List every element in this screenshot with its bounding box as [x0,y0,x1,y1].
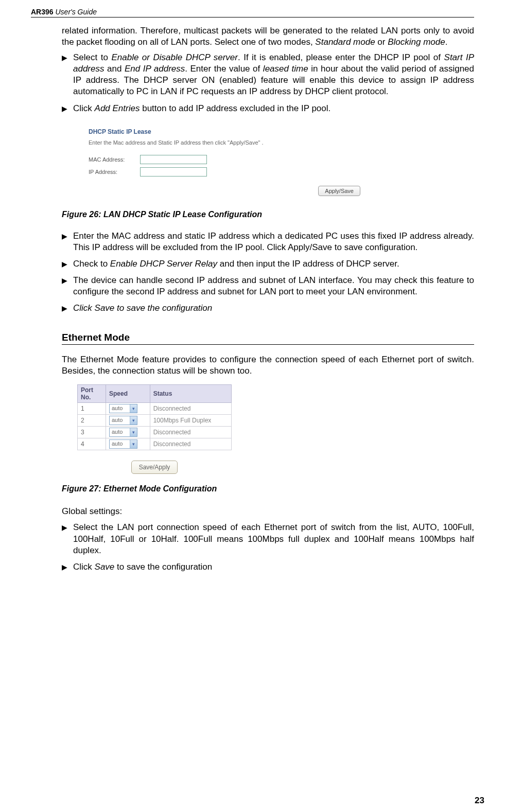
status-cell: Disconnected [150,438,231,450]
b2a: Click [73,103,95,113]
intro-paragraph: related information. Therefore, multicas… [62,25,474,48]
global-settings-label: Global settings: [62,506,474,517]
bullet-second-ip: ▶ The device can handle second IP addres… [62,275,474,297]
intro-mode1: Standard mode [315,37,375,47]
b1a: Select to [73,52,111,62]
bullet-add-entries: ▶ Click Add Entries button to add IP add… [62,103,474,114]
bullet-text: Check to Enable DHCP Server Relay and th… [73,258,474,270]
speed-cell: auto ▾ [106,427,150,438]
dhcp-button-row: Apply/Save [89,186,364,196]
triangle-icon: ▶ [62,275,73,297]
speed-cell: auto ▾ [106,403,150,415]
b4i: Enable DHCP Server Relay [110,259,217,269]
b1d: . Enter the value of [185,64,263,74]
bullet-text: Select to Enable or Disable DHCP server.… [73,52,474,97]
page-number: 23 [475,796,484,806]
port-cell: 1 [78,403,106,415]
bullet-text: Click Save to save the configuration [73,561,474,573]
ethernet-table: Port No. Speed Status 1 auto ▾ Disconnec… [77,384,232,450]
figure-27-caption: Figure 27: Ethernet Mode Configuration [62,484,474,493]
b1i4: leased time [263,64,308,74]
speed-select[interactable]: auto ▾ [109,428,137,437]
col-port: Port No. [78,385,106,403]
b1b: . If it is enabled, please enter the DHC… [238,52,444,62]
dhcp-dialog: DHCP Static IP Lease Enter the Mac addre… [82,122,371,202]
select-value: auto [110,416,130,425]
status-cell: Disconnected [150,403,231,415]
speed-cell: auto ▾ [106,415,150,427]
col-speed: Speed [106,385,150,403]
gb2b: to save the configuration [114,562,212,572]
triangle-icon: ▶ [62,303,73,314]
speed-cell: auto ▾ [106,438,150,450]
mac-label: MAC Address: [89,156,140,163]
mac-row: MAC Address: [89,155,364,164]
chevron-down-icon: ▾ [130,428,137,436]
b1c: and [104,64,124,74]
col-status: Status [150,385,231,403]
speed-select[interactable]: auto ▾ [109,416,137,425]
triangle-icon: ▶ [62,103,73,114]
table-row: 1 auto ▾ Disconnected [78,403,232,415]
bullet-click-save: ▶ Click Save to save the configuration [62,303,474,314]
triangle-icon: ▶ [62,231,73,253]
status-cell: 100Mbps Full Duplex [150,415,231,427]
b2b: button to add IP address excluded in the… [140,103,330,113]
eth-button-row: Save/Apply [77,461,232,474]
ip-address-input[interactable] [140,167,207,176]
bullet-lan-speed: ▶ Select the LAN port connection speed o… [62,522,474,556]
figure-26-caption: Figure 26: LAN DHCP Static IP Lease Conf… [62,210,474,219]
figure-26-image: DHCP Static IP Lease Enter the Mac addre… [82,122,474,202]
dhcp-instruction: Enter the Mac address and Static IP addr… [89,139,364,146]
intro-dot: . [445,37,448,47]
gb2a: Click [73,562,95,572]
speed-select[interactable]: auto ▾ [109,404,137,413]
ethernet-intro: The Ethernet Mode feature provides to co… [62,354,474,377]
table-row: 4 auto ▾ Disconnected [78,438,232,450]
speed-select[interactable]: auto ▾ [109,439,137,449]
bullet-text: Select the LAN port connection speed of … [73,522,474,556]
triangle-icon: ▶ [62,258,73,270]
bullet-text: Enter the MAC address and static IP addr… [73,231,474,253]
port-cell: 3 [78,427,106,438]
select-value: auto [110,404,130,413]
b1i3: End IP address [125,64,185,74]
intro-or: or [375,37,388,47]
header-guide: User's Guide [54,8,97,16]
ip-label: IP Address: [89,169,140,175]
apply-save-button[interactable]: Apply/Save [318,186,360,196]
chevron-down-icon: ▾ [130,416,137,425]
bullet-text: Click Add Entries button to add IP addre… [73,103,474,114]
bullet-text: The device can handle second IP address … [73,275,474,297]
page-header: AR396 User's Guide [31,8,474,17]
header-model: AR396 [31,8,54,16]
b4a: Check to [73,259,110,269]
b1i: Enable or Disable DHCP server [111,52,238,62]
triangle-icon: ▶ [62,522,73,556]
page: AR396 User's Guide related information. … [0,0,505,812]
chevron-down-icon: ▾ [130,404,137,413]
triangle-icon: ▶ [62,561,73,573]
table-row: 2 auto ▾ 100Mbps Full Duplex [78,415,232,427]
bullet-dhcp-relay: ▶ Check to Enable DHCP Server Relay and … [62,258,474,270]
table-row: 3 auto ▾ Disconnected [78,427,232,438]
figure-27-image: Port No. Speed Status 1 auto ▾ Disconnec… [77,384,232,474]
bullet-text: Click Save to save the configuration [73,303,474,314]
chevron-down-icon: ▾ [130,440,137,448]
mac-address-input[interactable] [140,155,207,164]
triangle-icon: ▶ [62,52,73,97]
bullet-mac-static: ▶ Enter the MAC address and static IP ad… [62,231,474,253]
gb2i: Save [95,562,115,572]
table-header-row: Port No. Speed Status [78,385,232,403]
status-cell: Disconnected [150,427,231,438]
b4b: and then input the IP address of DHCP se… [217,259,399,269]
save-apply-button[interactable]: Save/Apply [131,461,178,474]
content-area: related information. Therefore, multicas… [31,25,474,573]
section-ethernet-mode: Ethernet Mode [62,332,474,345]
dhcp-title: DHCP Static IP Lease [89,128,364,135]
port-cell: 4 [78,438,106,450]
b2i: Add Entries [95,103,140,113]
bullet-global-save: ▶ Click Save to save the configuration [62,561,474,573]
bullet-dhcp-enable: ▶ Select to Enable or Disable DHCP serve… [62,52,474,97]
intro-mode2: Blocking mode [388,37,445,47]
